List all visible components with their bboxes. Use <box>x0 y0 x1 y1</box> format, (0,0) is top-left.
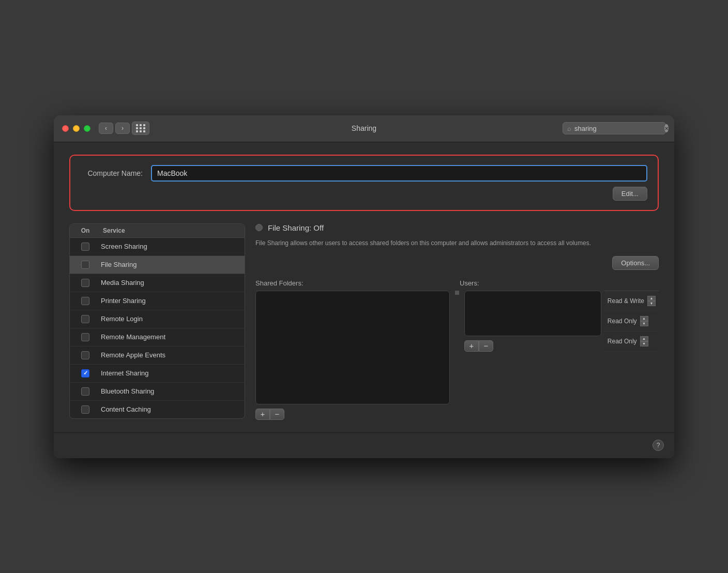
permission-label-1: Read Only <box>608 318 637 325</box>
permissions-wrapper: Read & Write ▲ ▼ Read Only ▲ <box>604 291 659 352</box>
stepper-down-0[interactable]: ▼ <box>647 301 656 306</box>
checkbox-file-sharing[interactable] <box>81 261 89 269</box>
close-button[interactable] <box>62 125 69 132</box>
checkbox-cell-remote-login <box>70 315 101 323</box>
stepper-1[interactable]: ▲ ▼ <box>640 316 648 326</box>
users-column: + − Read & Write ▲ ▼ <box>464 291 659 352</box>
service-row-remote-login[interactable]: Remote Login <box>70 310 245 328</box>
shared-folders-label: Shared Folders: <box>255 279 304 287</box>
service-name-file-sharing: File Sharing <box>101 261 245 268</box>
service-name-bluetooth-sharing: Bluetooth Sharing <box>101 387 245 395</box>
stepper-0[interactable]: ▲ ▼ <box>647 296 656 306</box>
permission-row-0: Read & Write ▲ ▼ <box>604 291 659 311</box>
service-row-printer-sharing[interactable]: Printer Sharing <box>70 292 245 310</box>
permission-label-2: Read Only <box>608 338 637 345</box>
service-row-internet-sharing[interactable]: Internet Sharing <box>70 365 245 383</box>
stepper-up-0[interactable]: ▲ <box>647 296 656 301</box>
checkbox-cell-remote-management <box>70 333 101 341</box>
maximize-button[interactable] <box>84 125 90 132</box>
service-row-remote-apple-events[interactable]: Remote Apple Events <box>70 346 245 365</box>
stepper-down-2[interactable]: ▼ <box>640 341 648 346</box>
col-on-header: On <box>70 227 101 234</box>
service-name-screen-sharing: Screen Sharing <box>101 243 245 250</box>
traffic-lights <box>62 125 90 132</box>
minimize-button[interactable] <box>73 125 80 132</box>
stepper-up-2[interactable]: ▲ <box>640 336 648 341</box>
folder-action-buttons: + − <box>255 409 450 420</box>
shared-folders-list[interactable] <box>255 291 450 404</box>
service-row-remote-management[interactable]: Remote Management <box>70 328 245 346</box>
folders-column: + − <box>255 291 450 420</box>
main-split: On Service Screen Sharing <box>69 223 659 420</box>
sharing-status: File Sharing: Off <box>255 223 659 232</box>
search-clear-button[interactable]: ✕ <box>664 124 669 132</box>
service-name-printer-sharing: Printer Sharing <box>101 297 245 305</box>
sharing-description: File Sharing allows other users to acces… <box>255 238 659 248</box>
edit-button[interactable]: Edit... <box>613 187 647 201</box>
add-user-button[interactable]: + <box>464 340 479 352</box>
forward-button[interactable]: › <box>115 123 130 134</box>
checkbox-printer-sharing[interactable] <box>81 297 89 305</box>
computer-name-label: Computer Name: <box>81 169 143 177</box>
checkbox-cell-internet-sharing <box>70 369 101 378</box>
service-name-content-caching: Content Caching <box>101 405 245 413</box>
checkbox-bluetooth-sharing[interactable] <box>81 387 89 396</box>
checkbox-remote-login[interactable] <box>81 315 89 323</box>
stepper-down-1[interactable]: ▼ <box>640 321 648 326</box>
services-panel: On Service Screen Sharing <box>69 223 245 420</box>
back-button[interactable]: ‹ <box>99 123 113 134</box>
services-table: On Service Screen Sharing <box>69 223 245 419</box>
options-button[interactable]: Options... <box>612 256 659 270</box>
permission-row-2: Read Only ▲ ▼ <box>604 331 659 352</box>
checkbox-cell-printer-sharing <box>70 297 101 305</box>
checkbox-remote-apple-events[interactable] <box>81 351 89 359</box>
checkbox-cell-file-sharing <box>70 261 101 269</box>
checkbox-cell-bluetooth-sharing <box>70 387 101 396</box>
computer-name-row: Computer Name: <box>81 165 647 182</box>
users-label: Users: <box>460 279 479 287</box>
service-name-remote-apple-events: Remote Apple Events <box>101 351 245 359</box>
options-row: Options... <box>255 256 659 270</box>
sharing-title: File Sharing: Off <box>268 223 324 232</box>
titlebar: ‹ › Sharing ⌕ ✕ <box>54 115 674 142</box>
checkbox-screen-sharing[interactable] <box>81 243 89 251</box>
folders-users-section: + − + − <box>255 291 659 420</box>
col-service-header: Service <box>101 227 245 234</box>
checkbox-cell-content-caching <box>70 405 101 414</box>
checkbox-content-caching[interactable] <box>81 405 89 414</box>
service-row-screen-sharing[interactable]: Screen Sharing <box>70 238 245 256</box>
permission-label-0: Read & Write <box>608 297 644 305</box>
remove-folder-button[interactable]: − <box>270 409 284 420</box>
checkbox-cell-media-sharing <box>70 279 101 287</box>
checkbox-cell-remote-apple-events <box>70 351 101 359</box>
details-panel: File Sharing: Off File Sharing allows ot… <box>255 223 659 420</box>
content-area: Computer Name: Edit... On Service <box>54 142 674 432</box>
services-header: On Service <box>70 224 245 238</box>
user-action-buttons: + − <box>464 340 601 352</box>
search-icon: ⌕ <box>567 125 571 132</box>
checkbox-cell-screen-sharing <box>70 243 101 251</box>
service-row-bluetooth-sharing[interactable]: Bluetooth Sharing <box>70 383 245 401</box>
help-button[interactable]: ? <box>653 440 664 451</box>
grid-button[interactable] <box>132 122 149 135</box>
bottom-bar: ? <box>54 432 674 458</box>
computer-name-input[interactable] <box>151 165 647 182</box>
add-folder-button[interactable]: + <box>255 409 270 420</box>
grid-icon <box>136 124 146 132</box>
edit-button-row: Edit... <box>81 187 647 201</box>
service-name-remote-management: Remote Management <box>101 333 245 341</box>
service-name-media-sharing: Media Sharing <box>101 279 245 286</box>
stepper-2[interactable]: ▲ ▼ <box>640 336 648 346</box>
search-input[interactable] <box>574 125 661 132</box>
computer-name-section: Computer Name: Edit... <box>69 155 659 211</box>
service-row-media-sharing[interactable]: Media Sharing <box>70 274 245 292</box>
status-indicator <box>255 224 263 231</box>
stepper-up-1[interactable]: ▲ <box>640 316 648 321</box>
checkbox-internet-sharing[interactable] <box>81 369 89 378</box>
service-row-file-sharing[interactable]: File Sharing <box>70 256 245 274</box>
checkbox-remote-management[interactable] <box>81 333 89 341</box>
checkbox-media-sharing[interactable] <box>81 279 89 287</box>
service-row-content-caching[interactable]: Content Caching <box>70 401 245 418</box>
users-list[interactable] <box>464 291 601 336</box>
remove-user-button[interactable]: − <box>479 340 493 352</box>
